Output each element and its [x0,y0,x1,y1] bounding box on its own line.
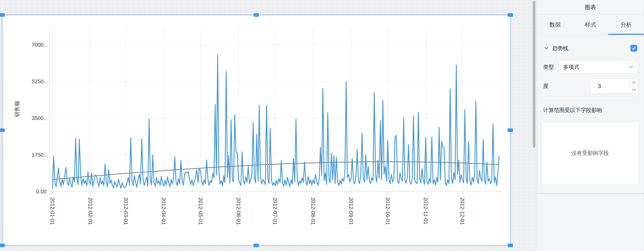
tab-style[interactable]: 样式 [573,15,608,35]
chart-settings-panel: 图表 数据 样式 分析 趋势线 类型 多项式 度 [537,0,644,251]
vertical-scrollbar[interactable] [533,1,535,148]
y-tick-label: 3500.. [32,115,47,121]
trendline-label: 趋势线 [552,45,568,52]
resize-handle-right-middle[interactable] [508,129,513,132]
y-tick-label: 5250.. [32,78,47,84]
affected-fields-box: 没有受影响字段 [541,121,639,185]
resize-handle-left-middle[interactable] [0,129,5,132]
chart-widget[interactable]: 2012-01-012012-02-012012-03-012012-04-01… [2,15,511,246]
tab-data[interactable]: 数据 [537,15,573,35]
degree-label: 度 [543,83,558,90]
trendline-checkbox[interactable] [630,45,637,52]
x-tick-label: 2012-03-01 [123,197,129,225]
editor-canvas[interactable]: 2012-01-012012-02-012012-03-012012-04-01… [0,0,537,251]
y-axis-title: 销售额 [14,101,20,117]
axis-labels: 2012-01-012012-02-012012-03-012012-04-01… [14,42,465,225]
stepper-down-button[interactable] [630,86,638,93]
check-icon [631,46,636,51]
degree-input[interactable]: 3 [590,79,630,93]
x-tick-label: 2012-02-01 [87,197,93,225]
resize-handle-top-middle[interactable] [254,13,259,17]
tab-analysis[interactable]: 分析 [608,15,644,35]
trendline-type-row: 类型 多项式 [543,60,638,74]
chevron-down-icon [632,88,636,91]
chevron-down-icon [628,64,634,70]
divider [537,193,644,194]
sales-series-line[interactable] [52,55,499,189]
x-tick-label: 2012-12-01 [459,197,465,225]
x-tick-label: 2012-10-01 [385,197,391,225]
resize-handle-top-right[interactable] [508,13,513,17]
type-label: 类型 [543,63,559,71]
resize-handle-bottom-right[interactable] [508,244,513,247]
x-tick-label: 2012-09-01 [348,197,354,225]
y-tick-label: 7000.. [32,42,47,48]
trendline-section-header: 趋势线 [543,42,638,54]
affected-fields-caption: 计算范围受以下字段影响 [543,107,638,114]
no-affected-fields-text: 没有受影响字段 [572,149,609,157]
series[interactable] [52,55,499,189]
resize-handle-top-left[interactable] [0,13,5,17]
x-tick-label: 2012-05-01 [198,197,204,225]
degree-stepper [630,79,638,93]
x-tick-label: 2012-11-01 [423,197,429,224]
chevron-down-icon[interactable] [543,45,550,51]
resize-handle-bottom-middle[interactable] [254,244,259,247]
panel-tabs: 数据 样式 分析 [537,15,644,35]
gridlines [49,27,501,192]
selected-type-value: 多项式 [563,63,628,71]
y-tick-label: 1750.. [32,152,47,158]
analysis-tab-content: 趋势线 类型 多项式 度 3 [537,35,644,185]
divider [543,100,638,101]
x-tick-label: 2012-08-01 [310,197,316,225]
resize-handle-bottom-left[interactable] [0,244,5,247]
x-tick-label: 2012-04-01 [161,197,167,225]
x-tick-label: 2012-06-01 [236,197,241,225]
x-tick-label: 2012-01-01 [49,197,55,225]
panel-title: 图表 [537,0,644,15]
sales-line-chart: 2012-01-012012-02-012012-03-012012-04-01… [2,15,510,245]
chevron-up-icon [632,81,636,84]
trendline-type-select[interactable]: 多项式 [559,60,638,74]
trendline-degree-row: 度 3 [543,79,638,93]
stepper-up-button[interactable] [630,79,638,86]
y-tick-label: 0.00 [36,189,47,194]
x-tick-label: 2012-07-01 [272,197,278,225]
